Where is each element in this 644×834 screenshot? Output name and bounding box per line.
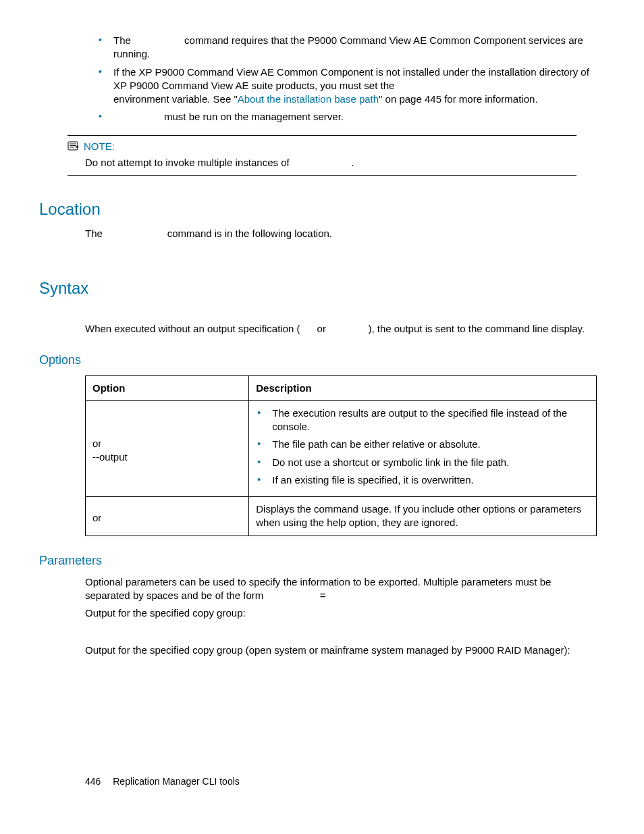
param-p1: Optional parameters can be used to speci… [85, 575, 597, 603]
param-value-placeholder [329, 590, 348, 601]
intro-block: The command requires that the P9000 Comm… [85, 34, 597, 124]
param-name-placeholder [267, 590, 317, 601]
note-body: Do not attempt to invoke multiple instan… [85, 156, 576, 170]
equals: = [320, 590, 326, 601]
intro-bullet-2: If the XP P9000 Command View AE Common C… [99, 66, 597, 107]
text: The [113, 34, 134, 46]
env-var-placeholder [398, 80, 426, 91]
syntax-text: When executed without an output specific… [85, 322, 597, 336]
location-text: The command is in the following location… [85, 227, 597, 240]
page: The command requires that the P9000 Comm… [0, 0, 644, 688]
intro-bullet-3: must be run on the management server. [99, 110, 597, 124]
text: Do not attempt to invoke multiple instan… [85, 157, 292, 168]
opt-line: --output [92, 451, 128, 463]
note-box: NOTE: Do not attempt to invoke multiple … [68, 135, 576, 176]
list-item: The execution results are output to the … [257, 407, 589, 434]
page-footer: 446 Replication Manager CLI tools [85, 775, 240, 788]
intro-bullet-1: The command requires that the P9000 Comm… [99, 34, 597, 61]
param-p2: Output for the specified copy group: [85, 606, 597, 620]
page-number: 446 [85, 776, 101, 787]
th-option: Option [86, 375, 249, 400]
heading-options: Options [39, 352, 597, 368]
options-table: Option Description or --output The execu… [85, 375, 597, 536]
list-item: Do not use a shortcut or symbolic link i… [257, 456, 589, 469]
opt-placeholder [303, 323, 315, 334]
text: Optional parameters can be used to speci… [85, 576, 551, 601]
cmd-placeholder [105, 228, 165, 239]
table-row: or --output The execution results are ou… [86, 400, 597, 496]
text: If the XP P9000 Command View AE Common C… [113, 66, 589, 91]
opt-conj: or [92, 437, 242, 450]
heading-parameters: Parameters [39, 552, 597, 569]
table-row: or Displays the command usage. If you in… [86, 497, 597, 536]
desc-bullets: The execution results are output to the … [257, 407, 589, 487]
option-cell: or [86, 497, 249, 536]
note-title: NOTE: [84, 140, 115, 153]
intro-bullets: The command requires that the P9000 Comm… [99, 34, 597, 124]
divider [68, 135, 576, 136]
location-body: The command is in the following location… [85, 227, 597, 240]
note-icon [68, 141, 80, 152]
option-cell: or --output [86, 400, 249, 496]
text: When executed without an output specific… [85, 323, 300, 334]
text: . [351, 157, 354, 168]
syntax-body: When executed without an output specific… [85, 322, 597, 336]
text: must be run on the management server. [164, 111, 344, 122]
text: " on page 445 for more information. [379, 93, 537, 105]
opt-placeholder [329, 323, 365, 334]
text: or [317, 323, 329, 334]
note-header: NOTE: [68, 140, 576, 153]
cmd-placeholder [113, 111, 161, 122]
text: ), the output is sent to the command lin… [368, 323, 585, 334]
divider [68, 175, 576, 176]
parameters-body: Optional parameters can be used to speci… [85, 575, 597, 657]
desc-text: Displays the command usage. If you inclu… [256, 503, 581, 528]
footer-title: Replication Manager CLI tools [113, 776, 240, 787]
text: The [85, 228, 105, 239]
desc-cell: Displays the command usage. If you inclu… [249, 497, 597, 536]
desc-cell: The execution results are output to the … [249, 400, 597, 496]
text: environment variable. See " [113, 93, 238, 105]
link-install-base-path[interactable]: About the installation base path [238, 93, 379, 105]
text: command requires that the P9000 Command … [113, 34, 583, 59]
cmd-placeholder [292, 157, 348, 168]
list-item: If an existing file is specified, it is … [257, 473, 589, 487]
heading-location: Location [39, 199, 597, 220]
param-p3: Output for the specified copy group (ope… [85, 644, 597, 657]
svg-rect-0 [68, 142, 78, 150]
cmd-placeholder [134, 34, 182, 46]
th-description: Description [249, 375, 597, 400]
list-item: The file path can be either relative or … [257, 438, 589, 451]
opt-conj: or [92, 511, 242, 525]
heading-syntax: Syntax [39, 278, 597, 299]
text: command is in the following location. [167, 228, 332, 239]
